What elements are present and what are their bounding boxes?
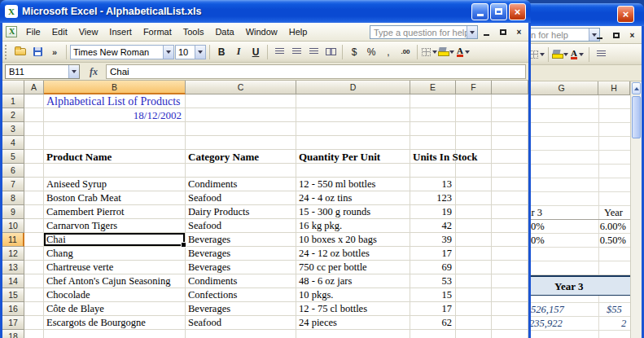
cell-D6[interactable] — [296, 164, 410, 178]
cell-C10[interactable]: Seafood — [186, 219, 296, 233]
row-header-6[interactable]: 6 — [2, 164, 24, 178]
underline-button[interactable]: U — [248, 44, 264, 60]
cell-D3[interactable] — [296, 122, 410, 136]
cell-G18[interactable] — [492, 330, 528, 338]
column-header-partial[interactable] — [492, 81, 528, 94]
chevron-down-icon[interactable] — [163, 46, 173, 59]
menu-insert[interactable]: Insert — [103, 24, 138, 39]
cell-F7[interactable] — [456, 178, 492, 191]
cell-C15[interactable]: Confections — [186, 288, 296, 302]
cell-F18[interactable] — [456, 330, 492, 338]
formula-input[interactable]: Chai — [106, 64, 526, 79]
align-right-button[interactable] — [305, 44, 322, 60]
cell-D9[interactable]: 15 - 300 g rounds — [296, 205, 410, 219]
cell-E3[interactable] — [410, 122, 456, 136]
column-header-A[interactable]: A — [24, 81, 44, 94]
row-header-3[interactable]: 3 — [2, 122, 24, 136]
cell-G17[interactable] — [492, 316, 528, 330]
cell-F9[interactable] — [456, 205, 492, 219]
cell-A5[interactable] — [24, 150, 44, 164]
close-window-icon[interactable]: × — [512, 25, 526, 38]
background-help-box[interactable]: n for help — [527, 28, 600, 42]
cell-B6[interactable] — [44, 164, 186, 178]
cell-C14[interactable]: Condiments — [186, 274, 296, 288]
cell-E4[interactable] — [410, 136, 456, 150]
cell-D14[interactable]: 48 - 6 oz jars — [296, 274, 410, 288]
select-all-corner[interactable] — [2, 81, 24, 94]
cell-B4[interactable] — [44, 136, 186, 150]
minimize-window-icon[interactable] — [593, 29, 607, 42]
column-header-H[interactable]: H — [598, 81, 630, 95]
cell-A13[interactable] — [24, 261, 44, 274]
cell-E18[interactable] — [410, 330, 456, 338]
cell-A6[interactable] — [24, 164, 44, 178]
cell-A10[interactable] — [24, 219, 44, 233]
cell-C13[interactable]: Beverages — [186, 261, 296, 274]
cell-D13[interactable]: 750 cc per bottle — [296, 261, 410, 274]
restore-window-icon[interactable] — [496, 25, 510, 38]
minimize-window-icon[interactable] — [480, 25, 493, 38]
font-size-select[interactable]: 10 — [175, 45, 206, 59]
close-window-icon[interactable]: × — [625, 29, 639, 42]
row-header-17[interactable]: 17 — [2, 316, 24, 330]
cell-D7[interactable]: 12 - 550 ml bottles — [296, 178, 410, 191]
comma-style-button[interactable]: , — [380, 44, 396, 60]
cell-B14[interactable]: Chef Anton's Cajun Seasoning — [44, 274, 186, 288]
cell-F2[interactable] — [456, 108, 492, 122]
cell-B2[interactable]: 18/12/2002 — [44, 108, 186, 122]
cell-F16[interactable] — [456, 302, 492, 316]
cell-E9[interactable]: 19 — [410, 205, 456, 219]
cell-F10[interactable] — [456, 219, 492, 233]
cell-C17[interactable]: Seafood — [186, 316, 296, 330]
cell-A15[interactable] — [24, 288, 44, 302]
cell-C4[interactable] — [186, 136, 296, 150]
cell-C9[interactable]: Dairy Products — [186, 205, 296, 219]
align-left-button[interactable] — [271, 44, 287, 60]
chevron-down-icon[interactable] — [467, 26, 477, 38]
menu-data[interactable]: Data — [209, 24, 239, 39]
cell-E5[interactable]: Units In Stock — [410, 150, 456, 164]
cell-C8[interactable]: Seafood — [186, 191, 296, 205]
row-header-13[interactable]: 13 — [2, 261, 24, 274]
cell-D5[interactable]: Quantity Per Unit — [296, 150, 410, 164]
toolbar-grip[interactable] — [5, 45, 9, 59]
cell-G6[interactable] — [492, 164, 528, 178]
cell-F8[interactable] — [456, 191, 492, 205]
restore-window-icon[interactable] — [609, 29, 623, 42]
cell-G10[interactable] — [492, 219, 528, 233]
cell-G11[interactable] — [492, 233, 528, 247]
borders-button[interactable] — [528, 46, 545, 63]
cell-F1[interactable] — [456, 94, 492, 108]
cell-D18[interactable] — [296, 330, 410, 338]
cell-C3[interactable] — [186, 122, 296, 136]
cell-C1[interactable] — [186, 94, 296, 108]
menu-edit[interactable]: Edit — [46, 24, 73, 39]
cell-D2[interactable] — [296, 108, 410, 122]
bold-button[interactable]: B — [213, 44, 230, 60]
cell-C12[interactable]: Beverages — [186, 247, 296, 261]
currency-style-button[interactable]: $ — [346, 44, 362, 60]
cell-F17[interactable] — [456, 316, 492, 330]
cell-B17[interactable]: Escargots de Bourgogne — [44, 316, 186, 330]
background-title-bar[interactable]: × — [525, 3, 644, 26]
cell-B5[interactable]: Product Name — [44, 150, 186, 164]
fill-color-button[interactable] — [438, 44, 454, 60]
cell-A7[interactable] — [24, 178, 44, 191]
scrollbar-thumb[interactable] — [632, 96, 641, 138]
row-header-9[interactable]: 9 — [2, 205, 24, 219]
row-header-18[interactable]: 18 — [2, 330, 24, 338]
cell-G14[interactable] — [492, 274, 528, 288]
cell-G16[interactable] — [492, 302, 528, 316]
cell-A11[interactable] — [24, 233, 44, 247]
cell-D1[interactable] — [296, 94, 410, 108]
menu-tools[interactable]: Tools — [177, 24, 210, 39]
italic-button[interactable]: I — [230, 44, 247, 60]
align-left-button[interactable] — [593, 46, 609, 63]
increase-decimal-button[interactable]: .00 — [397, 44, 414, 60]
column-header-C[interactable]: C — [186, 81, 296, 94]
cell-F14[interactable] — [456, 274, 492, 288]
cell-D15[interactable]: 10 pkgs. — [296, 288, 410, 302]
cell-B1[interactable]: Alphabetical List of Products — [44, 94, 186, 108]
cell-E17[interactable]: 62 — [410, 316, 456, 330]
cell-B3[interactable] — [44, 122, 186, 136]
